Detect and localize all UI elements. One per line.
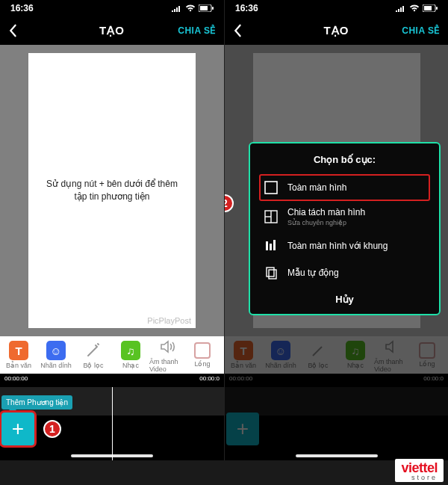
frame-full-icon xyxy=(264,238,279,253)
toolbar: TBản văn ☺Nhãn dính Bộ lọc ♫Nhạc Âm than… xyxy=(0,336,224,374)
time-end: 00:00:0 xyxy=(199,375,220,387)
music-icon: ♫ xyxy=(346,341,365,360)
text-icon: T xyxy=(234,341,253,360)
svg-rect-5 xyxy=(436,7,438,10)
modal-cancel-button[interactable]: Hủy xyxy=(259,286,430,306)
canvas-hint: Sử dụng nút + bên dưới để thêm tập tin p… xyxy=(45,178,179,204)
timeline-ruler: 00:00:00 00:00:0 xyxy=(225,374,448,387)
tool-sticker[interactable]: ☺Nhãn dính xyxy=(262,336,299,374)
svg-rect-13 xyxy=(267,268,274,277)
tool-label: Bộ lọc xyxy=(308,362,328,369)
svg-rect-2 xyxy=(212,7,214,10)
wand-icon xyxy=(84,341,103,360)
time-start: 00:00:00 xyxy=(229,375,252,387)
modal-title: Chọn bố cục: xyxy=(259,154,430,165)
svg-rect-12 xyxy=(273,240,276,250)
tool-label: Bản văn xyxy=(6,362,31,369)
share-button[interactable]: CHIA SẺ xyxy=(178,25,217,36)
signal-icon xyxy=(172,4,182,12)
track-area xyxy=(225,387,448,416)
back-button[interactable] xyxy=(7,24,18,37)
signal-icon xyxy=(396,4,406,12)
option-label: Chia tách màn hìnhSửa chuyên nghiệp xyxy=(287,207,365,226)
tool-border[interactable]: Lồng xyxy=(411,336,443,374)
tool-label: Âm thanh Video xyxy=(374,358,411,373)
wifi-icon xyxy=(185,4,196,12)
timeline-ruler: 00:00:00 00:00:0 xyxy=(0,374,224,387)
text-icon: T xyxy=(9,341,28,360)
tool-label: Nhạc xyxy=(122,362,139,369)
speaker-icon xyxy=(383,337,402,356)
sticker-icon: ☺ xyxy=(271,341,290,360)
share-button[interactable]: CHIA SẺ xyxy=(402,25,441,36)
project-canvas[interactable]: Sử dụng nút + bên dưới để thêm tập tin p… xyxy=(28,53,196,328)
tool-label: Lồng xyxy=(194,360,210,368)
tool-label: Bản văn xyxy=(231,362,256,369)
svg-rect-10 xyxy=(266,241,268,250)
frame-icon xyxy=(419,342,435,359)
time-start: 00:00:00 xyxy=(4,375,28,387)
home-indicator[interactable] xyxy=(71,454,153,457)
option-auto-template[interactable]: Mẫu tự động xyxy=(259,259,430,286)
nav-bar: TẠO CHIA SẺ xyxy=(0,16,224,45)
tool-text[interactable]: TBản văn xyxy=(225,336,262,374)
status-bar: 16:36 xyxy=(225,0,448,16)
dual-screenshot: 16:36 TẠO CHIA SẺ Sử dụng nút + bên dưới… xyxy=(0,0,448,460)
layout-picker-modal: Chọn bố cục: Toàn màn hình Chia tách màn… xyxy=(249,142,441,315)
battery-icon xyxy=(423,4,438,12)
tool-sticker[interactable]: ☺Nhãn dính xyxy=(37,336,75,374)
option-label: Mẫu tự động xyxy=(287,268,339,278)
option-label: Toàn màn hình xyxy=(287,182,346,193)
tool-music[interactable]: ♫Nhạc xyxy=(337,336,374,374)
battery-icon xyxy=(199,4,214,12)
tool-label: Âm thanh Video xyxy=(149,358,187,373)
tool-label: Nhãn dính xyxy=(40,362,72,369)
tool-label: Lồng xyxy=(419,360,435,368)
status-time: 16:36 xyxy=(10,3,34,13)
option-fullscreen[interactable]: Toàn màn hình xyxy=(259,174,430,201)
screen-left: 16:36 TẠO CHIA SẺ Sử dụng nút + bên dưới… xyxy=(0,0,224,460)
add-media-button[interactable]: + xyxy=(226,413,259,445)
fullscreen-icon xyxy=(264,180,279,195)
frame-icon xyxy=(194,342,211,359)
time-end: 00:00:0 xyxy=(423,375,444,387)
status-indicators xyxy=(172,4,214,12)
status-indicators xyxy=(396,4,438,12)
nav-bar: TẠO CHIA SẺ xyxy=(225,16,448,45)
status-time: 16:36 xyxy=(235,3,258,13)
tool-label: Bộ lọc xyxy=(83,362,103,369)
music-icon: ♫ xyxy=(121,341,140,360)
tool-filter[interactable]: Bộ lọc xyxy=(299,336,337,374)
svg-rect-4 xyxy=(424,6,432,10)
toolbar: TBản văn ☺Nhãn dính Bộ lọc ♫Nhạc Âm than… xyxy=(225,336,448,374)
watermark: PicPlayPost xyxy=(147,316,191,325)
screen-right: 16:36 TẠO CHIA SẺ TBản văn ☺Nhãn dính Bộ… xyxy=(224,0,448,460)
split-icon xyxy=(264,209,279,224)
wifi-icon xyxy=(409,4,420,12)
playhead[interactable] xyxy=(112,387,113,460)
tool-text[interactable]: TBản văn xyxy=(0,336,37,374)
tool-border[interactable]: Lồng xyxy=(187,336,218,374)
option-split[interactable]: Chia tách màn hìnhSửa chuyên nghiệp xyxy=(259,201,430,232)
back-button[interactable] xyxy=(232,24,243,37)
sticker-icon: ☺ xyxy=(46,341,66,360)
home-indicator[interactable] xyxy=(296,454,378,457)
tool-audio[interactable]: Âm thanh Video xyxy=(149,336,187,374)
svg-rect-11 xyxy=(270,244,272,250)
svg-rect-14 xyxy=(269,270,276,279)
brand-watermark: viettel store xyxy=(395,459,444,482)
tool-label: Nhạc xyxy=(347,362,364,369)
svg-rect-1 xyxy=(200,6,208,10)
status-bar: 16:36 xyxy=(0,0,224,16)
option-fullscreen-frame[interactable]: Toàn màn hình với khung xyxy=(259,232,430,259)
template-icon xyxy=(264,265,279,280)
add-media-button[interactable]: + xyxy=(1,413,34,445)
tool-filter[interactable]: Bộ lọc xyxy=(75,336,112,374)
svg-rect-6 xyxy=(265,182,277,194)
option-label: Toàn màn hình với khung xyxy=(287,241,388,251)
tool-label: Nhãn dính xyxy=(265,362,296,369)
annotation-marker-1: 1 xyxy=(43,420,61,438)
tool-audio[interactable]: Âm thanh Video xyxy=(374,336,411,374)
speaker-icon xyxy=(158,337,178,356)
tool-music[interactable]: ♫Nhạc xyxy=(112,336,149,374)
